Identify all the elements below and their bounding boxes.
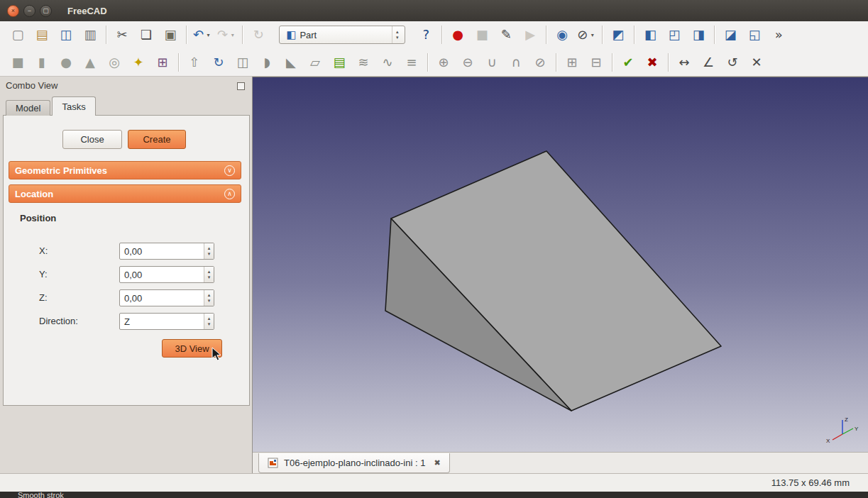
toolbar-overflow-icon[interactable]: »	[769, 25, 789, 45]
x-input[interactable]: 0,00 ▴ ▾	[119, 243, 214, 260]
x-spinner[interactable]: ▴ ▾	[204, 243, 214, 259]
view-front-icon[interactable]: ◧	[640, 25, 660, 45]
undo-icon[interactable]: ↶▾	[192, 25, 212, 45]
spin-down-icon[interactable]: ▾	[208, 321, 211, 327]
redo-icon[interactable]: ↷▾	[216, 25, 236, 45]
toolbar-separator	[178, 53, 179, 72]
view-top-icon[interactable]: ◰	[664, 25, 684, 45]
measure-angular-icon[interactable]: ∠	[698, 52, 718, 72]
workbench-selector[interactable]: ◧ Part ▴ ▾	[279, 26, 405, 44]
tasks-panel-background	[3, 115, 250, 406]
part-shape-builder-icon[interactable]: ⊞	[153, 52, 172, 72]
part-section-icon[interactable]: ⊘	[530, 52, 550, 72]
document-tabbar: T06-ejemplo-plano-inclinado-ini : 1 ✖	[253, 452, 868, 473]
view-bottom-icon[interactable]: ◱	[745, 25, 764, 45]
part-primitives-icon[interactable]: ✦	[128, 52, 148, 72]
part-chamfer-icon[interactable]: ◣	[281, 52, 301, 72]
macro-edit-icon[interactable]: ✎	[496, 25, 516, 45]
tab-tasks[interactable]: Tasks	[52, 96, 95, 116]
part-explode-compound-icon[interactable]: ⊟	[586, 52, 606, 72]
create-button[interactable]: Create	[128, 130, 186, 149]
spin-down-icon[interactable]: ▾	[208, 251, 211, 257]
spin-down-icon[interactable]: ▾	[208, 298, 211, 304]
direction-dropdown[interactable]: ▴ ▾	[204, 314, 214, 329]
close-button[interactable]: Close	[62, 130, 122, 149]
part-cone-icon[interactable]: ▲	[80, 52, 100, 72]
workbench-dropdown-arrows[interactable]: ▴ ▾	[392, 26, 402, 43]
dropdown-arrow-icon[interactable]: ▾	[229, 32, 236, 38]
part-fillet-icon[interactable]: ◗	[257, 52, 277, 72]
refresh-icon[interactable]: ↻	[248, 25, 268, 45]
spin-up-icon: ▴	[396, 29, 399, 35]
x-value: 0,00	[120, 243, 204, 259]
measure-linear-icon[interactable]: ↔	[674, 52, 694, 72]
part-sweep-icon[interactable]: ∿	[378, 52, 397, 72]
part-box-icon[interactable]: ■	[8, 52, 28, 72]
macro-record-icon[interactable]: ●	[448, 25, 468, 45]
new-document-icon[interactable]: ▢	[8, 25, 28, 45]
z-spinner[interactable]: ▴ ▾	[204, 290, 214, 306]
view-right-icon[interactable]: ◨	[688, 25, 708, 45]
view-isometric-icon[interactable]: ◩	[608, 25, 628, 45]
section-geometric-primitives[interactable]: Geometric Primitives ∨	[9, 161, 241, 179]
spin-down-icon[interactable]: ▾	[208, 275, 211, 280]
part-make-compound-icon[interactable]: ⊞	[562, 52, 582, 72]
section-title: Location	[15, 189, 224, 199]
cut-icon[interactable]: ✂	[112, 25, 132, 45]
chevron-up-icon[interactable]: ∧	[224, 189, 235, 199]
zoom-box-icon[interactable]: ◉	[552, 25, 572, 45]
window-minimize-button[interactable]: −	[23, 5, 35, 17]
y-spinner[interactable]: ▴ ▾	[204, 267, 214, 282]
part-common-icon[interactable]: ∩	[506, 52, 526, 72]
close-document-icon[interactable]: ✖	[431, 458, 440, 467]
part-cylinder-icon[interactable]: ▮	[32, 52, 52, 72]
dropdown-arrow-icon[interactable]: ▾	[205, 32, 211, 38]
document-tab[interactable]: T06-ejemplo-plano-inclinado-ini : 1 ✖	[258, 453, 450, 473]
view-rear-icon[interactable]: ◪	[720, 25, 740, 45]
3d-view-button[interactable]: 3D View	[162, 339, 222, 358]
part-sphere-icon[interactable]: ●	[56, 52, 76, 72]
part-ruled-surface-icon[interactable]: ▤	[329, 52, 349, 72]
spin-up-icon[interactable]: ▴	[208, 292, 211, 298]
macro-play-icon[interactable]: ▶	[520, 25, 540, 45]
measure-clear-icon[interactable]: ✕	[747, 52, 767, 72]
whats-this-icon[interactable]: ?	[416, 25, 436, 45]
measure-refresh-icon[interactable]: ↺	[723, 52, 742, 72]
part-check-geometry-icon[interactable]: ✔	[618, 52, 638, 72]
spin-up-icon[interactable]: ▴	[208, 316, 211, 321]
print-icon[interactable]: ▥	[80, 25, 100, 45]
part-revolve-icon[interactable]: ↻	[209, 52, 229, 72]
part-extrude-icon[interactable]: ⇧	[185, 52, 204, 72]
spin-up-icon[interactable]: ▴	[208, 245, 211, 251]
z-input[interactable]: 0,00 ▴ ▾	[119, 289, 214, 306]
toolbar-separator	[556, 53, 556, 72]
open-document-icon[interactable]: ▤	[32, 25, 52, 45]
section-location[interactable]: Location ∧	[9, 184, 241, 203]
part-defeaturing-icon[interactable]: ✖	[642, 52, 662, 72]
titlebar: × − ▢ FreeCAD	[0, 0, 868, 21]
paste-icon[interactable]: ▣	[160, 25, 180, 45]
part-offset-icon[interactable]: ≡	[402, 52, 422, 72]
part-cut-icon[interactable]: ⊖	[458, 52, 478, 72]
tab-model[interactable]: Model	[6, 100, 50, 116]
viewport-3d[interactable]: Z Y X	[253, 77, 868, 452]
y-input[interactable]: 0,00 ▴ ▾	[119, 266, 214, 283]
part-loft-icon[interactable]: ≋	[353, 52, 373, 72]
copy-icon[interactable]: ❏	[136, 25, 156, 45]
chevron-down-icon[interactable]: ∨	[224, 165, 235, 176]
window-close-button[interactable]: ×	[7, 5, 19, 17]
part-torus-icon[interactable]: ◎	[104, 52, 124, 72]
part-union-icon[interactable]: ∪	[482, 52, 502, 72]
part-mirror-icon[interactable]: ◫	[233, 52, 253, 72]
save-document-icon[interactable]: ◫	[56, 25, 76, 45]
window-maximize-button[interactable]: ▢	[40, 5, 52, 17]
direction-select[interactable]: Z ▴ ▾	[119, 313, 214, 330]
part-boolean-icon[interactable]: ⊕	[434, 52, 454, 72]
macro-stop-icon[interactable]: ■	[472, 25, 492, 45]
detach-panel-button[interactable]	[237, 82, 245, 90]
dropdown-arrow-icon[interactable]: ▾	[589, 32, 595, 38]
part-make-face-icon[interactable]: ▱	[305, 52, 325, 72]
draw-style-icon[interactable]: ⊘▾	[576, 25, 596, 45]
dimensions-readout: 113.75 x 69.46 mm	[771, 477, 850, 488]
spin-up-icon[interactable]: ▴	[208, 269, 211, 275]
